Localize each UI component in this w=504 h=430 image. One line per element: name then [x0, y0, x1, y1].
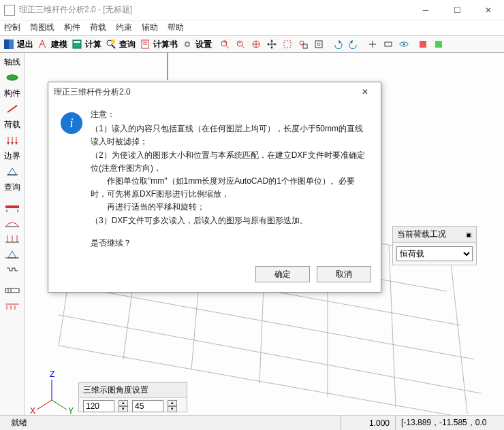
color2-icon[interactable] — [431, 37, 446, 52]
menu-load[interactable]: 荷载 — [90, 22, 106, 34]
status-scale: 1.000 — [341, 416, 395, 430]
grid-icon[interactable] — [381, 37, 396, 52]
menu-constraint[interactable]: 约束 — [116, 22, 132, 34]
close-button[interactable]: ✕ — [473, 0, 504, 20]
menu-control[interactable]: 控制 — [4, 22, 20, 34]
svg-point-14 — [186, 43, 189, 46]
angle-1-spinner[interactable]: ▴▾ — [119, 400, 128, 412]
svg-text:-: - — [238, 39, 241, 47]
svg-marker-62 — [8, 251, 16, 258]
zoom-out-icon[interactable]: - — [233, 37, 248, 52]
svg-marker-28 — [267, 43, 269, 46]
redo-icon[interactable] — [346, 37, 361, 52]
svg-line-89 — [37, 400, 52, 410]
sidebar-load[interactable]: 荷载 — [1, 117, 23, 132]
menu-line[interactable]: 简图线 — [30, 22, 54, 34]
menu-bar: 控制 简图线 构件 荷载 约束 辅助 帮助 — [0, 20, 504, 35]
sidebar-query[interactable]: 查询 — [1, 180, 23, 195]
confirm-dialog: 理正三维杆件分析2.0 ✕ i 注意： （1）读入的内容只包括直线（在任何图层上… — [48, 82, 381, 293]
svg-marker-52 — [8, 168, 16, 175]
svg-marker-50 — [11, 142, 14, 145]
window-title: 理正三维杆件分析2.0 - [无标题] — [19, 4, 410, 16]
svg-rect-30 — [284, 41, 291, 48]
calc-label: 计算 — [85, 39, 101, 50]
svg-point-44 — [7, 75, 18, 80]
status-coord: [-13.889，-11.585，0.0 — [395, 416, 504, 430]
dialog-close-button[interactable]: ✕ — [355, 87, 375, 97]
eye-icon[interactable] — [396, 37, 411, 52]
sidebar-member[interactable]: 构件 — [1, 86, 23, 101]
svg-point-41 — [403, 44, 405, 46]
load-case-select[interactable]: 恒荷载 — [396, 246, 473, 261]
angle-1-input[interactable] — [83, 400, 114, 412]
svg-marker-27 — [270, 47, 273, 49]
angle-2-spinner[interactable]: ▴▾ — [168, 400, 177, 412]
sidebar-tool3-icon[interactable] — [1, 231, 23, 246]
zoom-window-icon[interactable] — [280, 37, 295, 52]
angle-2-input[interactable] — [132, 400, 163, 412]
settings-button[interactable] — [180, 37, 195, 52]
sidebar-axis-icon[interactable] — [1, 70, 23, 85]
sidebar-tool5-icon[interactable] — [1, 263, 23, 278]
dialog-message: 注意： （1）读入的内容只包括直线（在任何图层上均可），长度小于50mm的直线读… — [91, 108, 368, 250]
svg-rect-64 — [5, 288, 19, 293]
calc2-button[interactable] — [138, 37, 153, 52]
svg-point-9 — [111, 39, 115, 44]
status-ready: 就绪 — [0, 416, 341, 430]
svg-rect-1 — [9, 39, 14, 49]
snap-icon[interactable] — [365, 37, 380, 52]
sidebar-boundary-icon[interactable] — [1, 164, 23, 179]
sidebar-tool7-icon[interactable] — [1, 299, 23, 314]
svg-rect-32 — [303, 44, 307, 48]
query-label: 查询 — [119, 39, 136, 50]
svg-point-34 — [317, 43, 320, 46]
svg-marker-51 — [15, 142, 18, 145]
model-button[interactable] — [35, 37, 50, 52]
svg-rect-6 — [74, 41, 80, 43]
sidebar-tool6-icon[interactable] — [1, 283, 23, 298]
exit-label: 退出 — [17, 39, 33, 50]
svg-text:X: X — [30, 406, 35, 415]
app-icon — [4, 5, 15, 16]
panel-title: 当前荷载工况 — [397, 229, 446, 240]
sidebar-load-icon[interactable] — [1, 133, 23, 148]
calc-button[interactable] — [69, 37, 84, 52]
sidebar-tool4-icon[interactable] — [1, 247, 23, 262]
menu-member[interactable]: 构件 — [64, 22, 80, 34]
svg-marker-49 — [7, 142, 10, 145]
color1-icon[interactable] — [415, 37, 430, 52]
info-icon: i — [61, 112, 82, 134]
svg-rect-54 — [5, 205, 19, 208]
svg-rect-33 — [315, 41, 322, 48]
panel-toggle-icon[interactable]: ▣ — [466, 231, 472, 238]
menu-help[interactable]: 帮助 — [168, 22, 184, 34]
maximize-button[interactable]: ☐ — [441, 0, 473, 20]
sidebar-tool1-icon[interactable] — [1, 200, 23, 215]
svg-line-8 — [112, 45, 115, 48]
sidebar-boundary[interactable]: 边界 — [1, 148, 23, 163]
exit-button[interactable] — [1, 37, 16, 52]
svg-rect-43 — [435, 41, 442, 48]
status-bar: 就绪 1.000 [-13.889，-11.585，0.0 — [0, 415, 504, 430]
zoom-prev-icon[interactable] — [296, 37, 311, 52]
svg-line-74 — [62, 284, 474, 359]
zoom-fit-icon[interactable] — [249, 37, 264, 52]
svg-text:Y: Y — [68, 406, 74, 415]
cancel-button[interactable]: 取消 — [317, 266, 371, 282]
pan-icon[interactable] — [264, 37, 279, 52]
sidebar-axis[interactable]: 轴线 — [1, 54, 23, 69]
minimize-button[interactable]: ─ — [410, 0, 441, 20]
query-button[interactable] — [104, 37, 119, 52]
settings-label: 设置 — [195, 39, 212, 50]
title-bar: 理正三维杆件分析2.0 - [无标题] ─ ☐ ✕ — [0, 0, 504, 20]
ok-button[interactable]: 确定 — [255, 266, 310, 282]
sidebar-tool2-icon[interactable] — [1, 216, 23, 231]
menu-aux[interactable]: 辅助 — [142, 22, 158, 34]
svg-rect-39 — [385, 42, 392, 46]
redraw-icon[interactable] — [311, 37, 326, 52]
undo-icon[interactable] — [330, 37, 345, 52]
zoom-in-icon[interactable]: + — [217, 37, 232, 52]
sidebar-member-icon[interactable] — [1, 101, 23, 116]
angle-title: 三维示图角度设置 — [79, 383, 187, 398]
svg-line-45 — [7, 105, 17, 112]
